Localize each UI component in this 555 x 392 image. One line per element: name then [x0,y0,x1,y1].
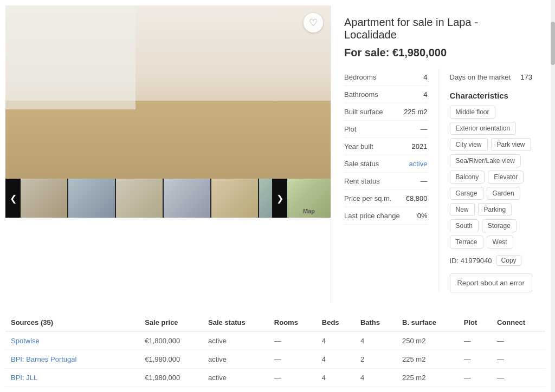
rent-status-value: — [421,177,428,185]
col-surface: B. surface [397,314,459,331]
source-link[interactable]: BPI: JLL [11,374,37,382]
bedrooms-label: Bedrooms [344,73,376,81]
sources-section: Sources (35) Sale price Sale status Room… [5,303,545,392]
map-thumb[interactable]: Map [287,179,331,218]
map-label: Map [303,208,315,214]
source-link[interactable]: Spotwise [11,337,40,345]
col-sale-price: Sale price [139,314,203,331]
characteristic-tag: Elevator [488,171,524,184]
table-row: Spotwise €1,800,000 active — 4 4 250 m2 … [5,331,545,350]
beds-cell: 4 [317,350,355,369]
col-connect: Connect [492,314,545,331]
year-built-row: Year built 2021 [344,138,428,155]
source-name-cell: BPI: JLL [5,369,139,387]
price-sqm-row: Price per sq.m. €8,800 [344,190,428,207]
thumb-list [21,179,272,218]
status-cell: active [203,387,269,393]
connect-cell: — [492,331,545,350]
status-cell: active [203,331,269,350]
sources-table: Sources (35) Sale price Sale status Room… [5,314,545,392]
surface-cell: 225 m2 [397,369,459,387]
baths-cell: 4 [355,369,397,387]
characteristic-tag: Garden [487,187,520,200]
surface-cell: 225 m2 [397,387,459,393]
bathrooms-label: Bathrooms [344,90,378,99]
thumbnail-5[interactable] [211,179,259,218]
rooms-cell: — [269,387,317,393]
col-plot: Plot [459,314,492,331]
col-beds: Beds [317,314,355,331]
characteristic-tag: Exterior orientation [450,122,517,135]
price-cell: €1,980,000 [139,387,203,393]
rooms-cell: — [269,369,317,387]
favorite-button[interactable]: ♡ [304,13,323,32]
sale-status-row: Sale status active [344,155,428,173]
characteristic-tag: Terrace [450,236,483,249]
sale-status-value: active [409,160,428,168]
sale-status-label: Sale status [344,160,379,168]
prev-button[interactable]: ❮ [5,179,21,218]
thumbnail-1[interactable] [21,179,68,218]
heart-icon: ♡ [309,17,318,29]
connect-cell: — [492,350,545,369]
characteristic-tag: Middle floor [450,106,495,119]
characteristic-tag: Balcony [450,171,485,184]
plot-cell: — [459,369,492,387]
characteristic-tag: Park view [491,138,531,151]
connect-cell: ◎ [492,387,545,393]
property-details: Apartment for sale in Lapa - Localidade … [331,5,545,303]
gallery: ♡ ❮ ❯ [5,5,331,303]
plot-row: Plot — [344,121,428,138]
connect-dash: — [497,355,504,363]
baths-cell: 4 [355,331,397,350]
surface-cell: 225 m2 [397,350,459,369]
thumbnail-3[interactable] [116,179,164,218]
bathrooms-row: Bathrooms 4 [344,86,428,103]
beds-cell: 4 [317,369,355,387]
rent-status-row: Rent status — [344,173,428,190]
report-error-button[interactable]: Report about an error [450,273,533,292]
status-cell: active [203,369,269,387]
source-name-cell: Barnes [5,387,139,393]
bedrooms-value: 4 [423,73,427,81]
built-surface-value: 225 m2 [404,108,427,116]
rooms-cell: — [269,331,317,350]
table-row: Barnes €1,980,000 active — 4 — 225 m2 — … [5,387,545,393]
chevron-left-icon: ❮ [10,193,17,204]
property-price: For sale: €1,980,000 [344,47,532,59]
last-price-label: Last price change [344,212,400,220]
thumbnail-2[interactable] [68,179,116,218]
id-row: ID: 41979040 Copy [450,255,533,266]
connect-dash: — [497,374,504,382]
price-cell: €1,980,000 [139,350,203,369]
baths-cell: 2 [355,350,397,369]
source-link[interactable]: BPI: Barnes Portugal [11,355,76,363]
price-sqm-value: €8,800 [406,194,428,202]
bathrooms-value: 4 [423,90,427,99]
characteristic-tag: Storage [482,219,517,232]
scrollbar-track[interactable] [551,0,555,392]
days-on-market-row: Days on the market 173 [450,69,533,86]
thumbnail-4[interactable] [164,179,211,218]
table-row: BPI: JLL €1,980,000 active — 4 4 225 m2 … [5,369,545,387]
price-cell: €1,800,000 [139,331,203,350]
main-image: ♡ [5,5,331,179]
plot-label: Plot [344,125,356,133]
price-sqm-label: Price per sq.m. [344,194,391,202]
table-header: Sources (35) Sale price Sale status Room… [5,314,545,331]
beds-cell: 4 [317,331,355,350]
chevron-right-icon: ❯ [276,193,283,204]
characteristic-tag: New [450,203,475,216]
col-rooms: Rooms [269,314,317,331]
copy-button[interactable]: Copy [496,255,521,266]
scrollbar-thumb[interactable] [551,22,555,65]
thumbnail-6[interactable] [259,179,272,218]
source-name-cell: BPI: Barnes Portugal [5,350,139,369]
days-label: Days on the market [450,73,511,81]
rooms-cell: — [269,350,317,369]
table-row: BPI: Barnes Portugal €1,980,000 active —… [5,350,545,369]
connect-cell: — [492,369,545,387]
col-sale-status: Sale status [203,314,269,331]
plot-cell: — [459,387,492,393]
next-button[interactable]: ❯ [272,179,287,218]
